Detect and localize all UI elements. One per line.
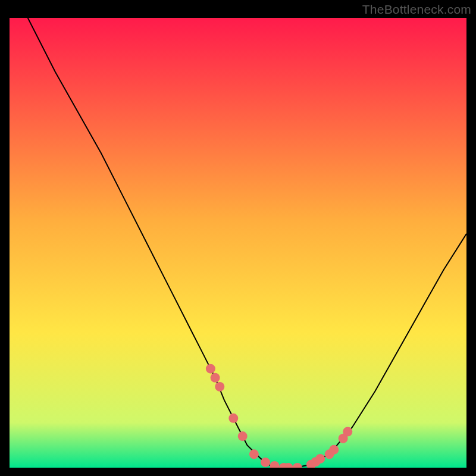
optimal-dot [215, 382, 224, 392]
gradient-background [10, 18, 466, 468]
optimal-dot [249, 449, 259, 459]
optimal-dot [343, 427, 352, 437]
chart-frame: TheBottleneck.com [0, 0, 476, 476]
watermark-text: TheBottleneck.com [362, 2, 471, 17]
plot-area [10, 18, 466, 468]
optimal-dot [228, 414, 238, 423]
optimal-dot [206, 364, 215, 374]
optimal-dot [315, 454, 325, 464]
optimal-dot [261, 458, 270, 467]
optimal-dot [329, 445, 339, 455]
optimal-dot [238, 431, 248, 441]
chart-svg [10, 18, 466, 468]
optimal-dot [211, 373, 220, 383]
